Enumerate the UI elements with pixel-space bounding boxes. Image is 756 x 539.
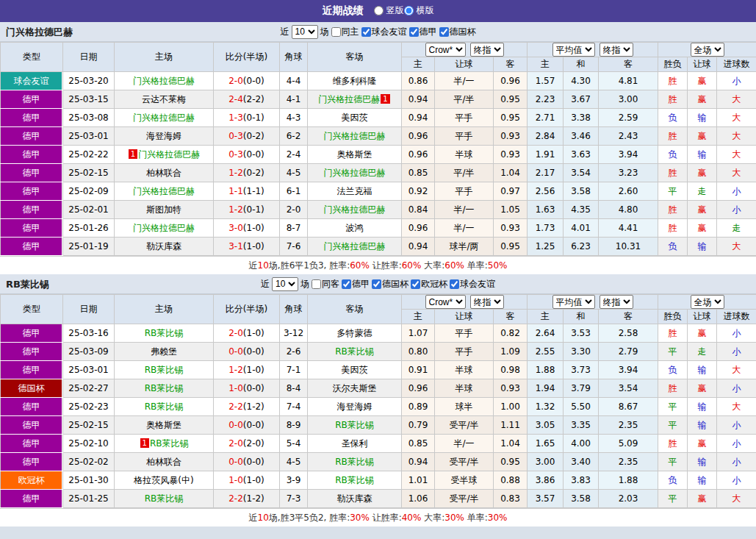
- summary-segment: 30%: [350, 513, 370, 523]
- home-team[interactable]: 柏林联合: [115, 453, 214, 471]
- away-team[interactable]: 沃尔夫斯堡: [308, 379, 402, 398]
- home-team[interactable]: 云达不莱梅: [115, 90, 214, 109]
- avg-draw: 3.30: [564, 343, 599, 361]
- col-odds-away: 客: [494, 310, 528, 324]
- match-date: 25-03-01: [63, 361, 115, 379]
- col-odds-handicap: 让球: [435, 57, 494, 72]
- odds-away: 1.09: [494, 343, 528, 361]
- recent-count-select[interactable]: 10: [272, 277, 298, 291]
- away-team[interactable]: 门兴格拉德巴赫1: [308, 90, 402, 109]
- away-team[interactable]: 海登海姆: [308, 398, 402, 416]
- league-filter-checkbox-input[interactable]: [409, 27, 419, 37]
- average-select[interactable]: 平均值: [552, 43, 595, 57]
- home-team[interactable]: 门兴格拉德巴赫: [115, 72, 214, 90]
- home-team[interactable]: RB莱比锡: [115, 324, 214, 343]
- league-filter-checkbox-input[interactable]: [439, 27, 449, 37]
- same-venue-checkbox-input[interactable]: [312, 279, 321, 289]
- away-team[interactable]: 美因茨: [308, 361, 402, 379]
- fulltime-select[interactable]: 全场: [691, 295, 724, 309]
- away-team[interactable]: 门兴格拉德巴赫: [308, 127, 402, 146]
- home-team[interactable]: 弗赖堡: [115, 343, 214, 361]
- home-team[interactable]: 门兴格拉德巴赫: [115, 182, 214, 201]
- league-filter-checkbox-input[interactable]: [342, 279, 351, 289]
- away-team[interactable]: 维多利科隆: [308, 72, 402, 90]
- home-team[interactable]: 勒沃库森: [115, 238, 214, 256]
- league-filter-checkbox[interactable]: 球会友谊: [361, 26, 407, 38]
- corner-count: 4-3: [280, 109, 308, 127]
- team-name: RB莱比锡: [6, 274, 49, 294]
- odds-stage-select[interactable]: 终指: [470, 43, 504, 57]
- result-wdl: 负: [658, 109, 688, 127]
- odds-handicap: 球半/两: [435, 238, 494, 256]
- corner-count: 3-12: [280, 324, 308, 343]
- average-select[interactable]: 平均值: [552, 295, 595, 309]
- team-link-label: RB莱比锡: [145, 365, 184, 375]
- same-venue-checkbox[interactable]: 同主: [331, 26, 359, 38]
- odds-stage-select[interactable]: 终指: [470, 295, 504, 309]
- average-stage-select[interactable]: 终指: [600, 43, 633, 57]
- home-team[interactable]: 斯图加特: [115, 201, 214, 219]
- near-label: 近: [261, 278, 270, 290]
- league-filter-checkbox-input[interactable]: [450, 279, 459, 289]
- result-goals: 大: [717, 490, 756, 508]
- league-filter-checkbox[interactable]: 德国杯: [439, 26, 476, 38]
- layout-radio-0[interactable]: 竖版: [374, 4, 404, 17]
- away-team[interactable]: 法兰克福: [308, 182, 402, 201]
- league-badge: 德甲: [1, 201, 63, 219]
- away-team[interactable]: RB莱比锡: [308, 416, 402, 435]
- away-team[interactable]: 多特蒙德: [308, 324, 402, 343]
- away-team[interactable]: 美因茨: [308, 109, 402, 127]
- layout-radio-1[interactable]: 横版: [404, 4, 434, 17]
- league-filter-checkbox[interactable]: 欧冠杯: [411, 278, 447, 290]
- league-badge: 德甲: [1, 416, 63, 435]
- home-team[interactable]: RB莱比锡: [115, 490, 214, 508]
- odds-company-select[interactable]: Crow*: [425, 295, 466, 309]
- away-team[interactable]: 门兴格拉德巴赫: [308, 201, 402, 219]
- home-team[interactable]: RB莱比锡: [115, 361, 214, 379]
- match-date: 25-02-09: [63, 182, 115, 201]
- match-score: 3-1(1-0): [214, 238, 280, 256]
- away-team[interactable]: 勒沃库森: [308, 490, 402, 508]
- result-wdl: 胜: [658, 164, 688, 182]
- away-team[interactable]: 门兴格拉德巴赫: [308, 164, 402, 182]
- home-team[interactable]: 1门兴格拉德巴赫: [115, 146, 214, 164]
- league-filter-checkbox-input[interactable]: [361, 27, 371, 37]
- home-team[interactable]: 奥格斯堡: [115, 416, 214, 435]
- away-team[interactable]: RB莱比锡: [308, 453, 402, 471]
- same-venue-checkbox[interactable]: 同客: [312, 278, 339, 290]
- result-wdl: 胜: [658, 324, 688, 343]
- match-score: 1-0(1-0): [214, 471, 280, 490]
- recent-count-select[interactable]: 10: [292, 25, 318, 39]
- home-team[interactable]: 门兴格拉德巴赫: [115, 219, 214, 238]
- league-filter-checkbox-input[interactable]: [372, 279, 381, 289]
- league-filter-checkbox[interactable]: 德甲: [342, 278, 370, 290]
- layout-radio-input[interactable]: [404, 6, 414, 15]
- home-team[interactable]: 1RB莱比锡: [115, 435, 214, 453]
- home-team[interactable]: 门兴格拉德巴赫: [115, 109, 214, 127]
- average-stage-select[interactable]: 终指: [600, 295, 633, 309]
- home-team[interactable]: 海登海姆: [115, 127, 214, 146]
- away-team[interactable]: RB莱比锡: [308, 343, 402, 361]
- league-filter-checkbox-input[interactable]: [411, 279, 420, 289]
- away-team[interactable]: 圣保利: [308, 435, 402, 453]
- home-team[interactable]: RB莱比锡: [115, 379, 214, 398]
- league-filter-checkbox[interactable]: 德甲: [409, 26, 437, 38]
- league-filter-checkbox[interactable]: 球会友谊: [450, 278, 495, 290]
- league-badge: 德甲: [1, 90, 63, 109]
- layout-radio-input[interactable]: [374, 6, 384, 15]
- home-team[interactable]: RB莱比锡: [115, 398, 214, 416]
- team-link-label: 沃尔夫斯堡: [333, 383, 377, 393]
- away-team[interactable]: 奥格斯堡: [308, 146, 402, 164]
- away-team[interactable]: 波鸿: [308, 219, 402, 238]
- league-filter-checkbox[interactable]: 德国杯: [372, 278, 408, 290]
- summary-segment: 10: [258, 513, 269, 523]
- odds-company-select[interactable]: Crow*: [425, 43, 466, 57]
- home-team[interactable]: 格拉茨风暴(中): [115, 471, 214, 490]
- home-team[interactable]: 柏林联合: [115, 164, 214, 182]
- away-team[interactable]: 门兴格拉德巴赫: [308, 238, 402, 256]
- match-row: 德甲25-03-09弗赖堡0-0(0-0)2-6RB莱比锡0.80平手1.092…: [1, 343, 756, 361]
- team-link-label: 门兴格拉德巴赫: [324, 204, 386, 215]
- fulltime-select[interactable]: 全场: [691, 43, 724, 57]
- same-venue-checkbox-input[interactable]: [331, 27, 341, 37]
- away-team[interactable]: RB莱比锡: [308, 471, 402, 490]
